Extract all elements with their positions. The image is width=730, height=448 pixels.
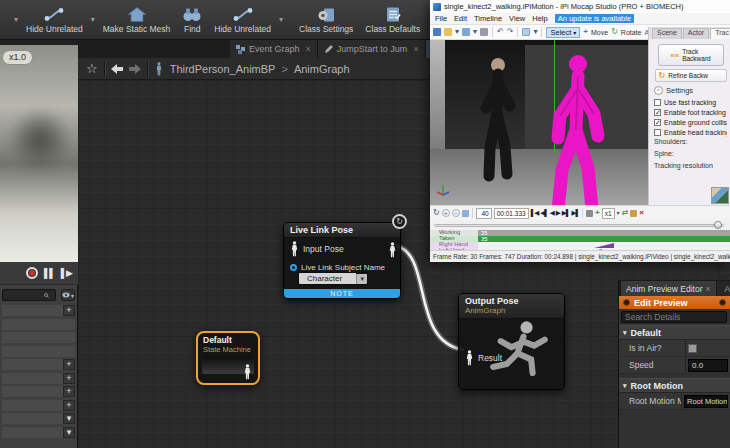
- window-title-bar[interactable]: single_kinect2_walking.iPiMotion - iPi M…: [430, 0, 730, 13]
- node-note-bar[interactable]: NOTE: [284, 289, 400, 298]
- pose-output-pin-icon[interactable]: [388, 242, 397, 258]
- state-output-pin-icon[interactable]: [243, 364, 252, 380]
- caret-down-icon[interactable]: ▾: [473, 28, 477, 36]
- prev-key-button[interactable]: ◀▌: [540, 209, 548, 217]
- undo-icon[interactable]: ↶: [497, 28, 504, 36]
- watch-icon[interactable]: ↻: [392, 214, 407, 229]
- edit-preview-radio[interactable]: [623, 299, 630, 306]
- checkbox[interactable]: [654, 99, 661, 106]
- close-tab-icon[interactable]: ×: [706, 284, 711, 294]
- root-motion-mode-dropdown[interactable]: Root Motion fr: [684, 395, 728, 408]
- caret-down-icon[interactable]: ▾: [455, 28, 459, 36]
- tab-tracking[interactable]: Trac: [710, 28, 730, 39]
- ipi-mocap-studio-window[interactable]: single_kinect2_walking.iPiMotion - iPi M…: [430, 0, 730, 262]
- tab-asset-browser[interactable]: Asse: [717, 281, 730, 296]
- add-button[interactable]: +: [63, 305, 75, 316]
- move-tool-icon[interactable]: +: [583, 28, 588, 36]
- menu-view[interactable]: View: [509, 14, 525, 23]
- category-row[interactable]: [2, 319, 75, 330]
- select-tool-button[interactable]: Select ▾: [546, 27, 580, 38]
- scrub-groove[interactable]: [434, 224, 724, 227]
- checkbox[interactable]: [654, 129, 661, 136]
- section-root-motion[interactable]: ▾ Root Motion: [619, 378, 730, 393]
- category-row[interactable]: ▾: [2, 413, 75, 424]
- track-backward-button[interactable]: «« Track Backward: [658, 44, 724, 66]
- category-row[interactable]: +: [2, 359, 75, 370]
- step-back-button[interactable]: ◀: [550, 209, 554, 217]
- apply-radio[interactable]: [719, 299, 726, 306]
- use-fast-tracking-row[interactable]: Use fast tracking: [654, 97, 727, 107]
- add-button[interactable]: +: [63, 400, 75, 411]
- redo-icon[interactable]: ↷: [507, 28, 514, 36]
- default-state-machine-node[interactable]: Default State Machine: [196, 331, 260, 385]
- category-row[interactable]: +: [2, 305, 75, 316]
- expand-button[interactable]: ▾: [63, 427, 75, 438]
- checkbox[interactable]: ✓: [654, 109, 661, 116]
- add-button[interactable]: +: [63, 386, 75, 397]
- output-pose-node[interactable]: Output Pose AnimGraph Result: [458, 293, 565, 390]
- mocap-3d-viewport[interactable]: [430, 40, 648, 205]
- copy-icon[interactable]: [522, 28, 530, 36]
- category-row[interactable]: [2, 346, 75, 357]
- menu-help[interactable]: Help: [532, 14, 547, 23]
- refresh-icon[interactable]: ↻: [433, 209, 440, 217]
- close-tab-icon[interactable]: ×: [306, 44, 311, 54]
- breadcrumb-current[interactable]: AnimGraph: [294, 63, 350, 75]
- speed-input[interactable]: 0.0: [688, 359, 728, 372]
- hide-unrelated-caret-icon[interactable]: ▾: [89, 15, 97, 24]
- pose-input-pin-icon[interactable]: [290, 241, 299, 257]
- import-icon[interactable]: [462, 28, 470, 36]
- rotate-tool-label[interactable]: Rotate: [621, 29, 642, 36]
- playback-speed-dropdown[interactable]: x1: [602, 208, 615, 219]
- edit-preview-header[interactable]: Edit Preview: [619, 296, 730, 309]
- category-row[interactable]: +: [2, 386, 75, 397]
- toolbar-overflow-caret-icon[interactable]: ▾: [12, 15, 20, 24]
- breadcrumb-root[interactable]: ThirdPerson_AnimBP: [170, 63, 276, 75]
- live-link-pose-node[interactable]: ↻ Live Link Pose Input Pose Live Link Su…: [283, 222, 401, 299]
- subject-name-dropdown[interactable]: Character ▾: [298, 272, 368, 285]
- caret-down-icon[interactable]: ▾: [533, 28, 537, 36]
- is-in-air-checkbox[interactable]: [688, 344, 697, 353]
- menu-edit[interactable]: Edit: [454, 14, 467, 23]
- save-icon[interactable]: [433, 28, 441, 36]
- find-button[interactable]: Find: [176, 1, 208, 39]
- refine-backward-button[interactable]: ↻ Refine Backw: [655, 69, 727, 82]
- record-button[interactable]: [26, 267, 38, 279]
- pause-button[interactable]: ▌▌: [44, 268, 55, 278]
- actor-icon[interactable]: [480, 28, 488, 36]
- export-take-icon[interactable]: [630, 210, 637, 217]
- next-key-button[interactable]: ▶▌: [562, 209, 570, 217]
- tab-event-graph[interactable]: Event Graph ×: [230, 40, 318, 58]
- expand-button[interactable]: ▾: [63, 413, 75, 424]
- class-settings-button[interactable]: Class Settings: [293, 1, 359, 39]
- zoom-in-icon[interactable]: +: [442, 209, 450, 217]
- menu-timeline[interactable]: Timeline: [474, 14, 502, 23]
- class-defaults-button[interactable]: Class Defaults: [359, 1, 426, 39]
- tab-actor[interactable]: Actor: [683, 28, 709, 39]
- open-folder-icon[interactable]: [444, 28, 452, 36]
- delete-icon[interactable]: ×: [639, 209, 644, 217]
- hide-unrelated-2-caret-icon[interactable]: ▾: [277, 15, 285, 24]
- hide-unrelated-button[interactable]: Hide Unrelated: [20, 1, 89, 39]
- make-static-mesh-button[interactable]: Make Static Mesh: [97, 1, 177, 39]
- move-tool-label[interactable]: Move: [591, 29, 608, 36]
- checkbox[interactable]: ✓: [654, 119, 661, 126]
- star-icon[interactable]: ☆: [86, 61, 98, 76]
- enable-foot-tracking-row[interactable]: ✓ Enable foot tracking: [654, 107, 727, 117]
- zoom-out-icon[interactable]: −: [452, 209, 460, 217]
- details-search-input[interactable]: [621, 311, 727, 323]
- tab-jumpstart-to-jump[interactable]: JumpStart to Jum ×: [318, 40, 426, 58]
- visibility-filter-button[interactable]: ▾: [61, 289, 75, 301]
- subject-name-pin-icon[interactable]: [290, 264, 297, 271]
- enable-ground-collision-row[interactable]: ✓ Enable ground collision: [654, 117, 727, 127]
- category-row[interactable]: [2, 332, 75, 343]
- forward-arrow-icon[interactable]: [129, 64, 141, 74]
- fit-view-icon[interactable]: [462, 210, 469, 217]
- rotate-tool-icon[interactable]: ↻: [611, 28, 618, 36]
- go-to-start-button[interactable]: ▌◀: [531, 209, 539, 217]
- step-forward-button[interactable]: ▌▶: [61, 268, 72, 278]
- close-tab-icon[interactable]: ×: [413, 44, 418, 54]
- enable-head-tracking-row[interactable]: Enable head tracking: [654, 127, 727, 137]
- category-row[interactable]: +: [2, 373, 75, 384]
- current-frame-box[interactable]: 40: [476, 208, 492, 219]
